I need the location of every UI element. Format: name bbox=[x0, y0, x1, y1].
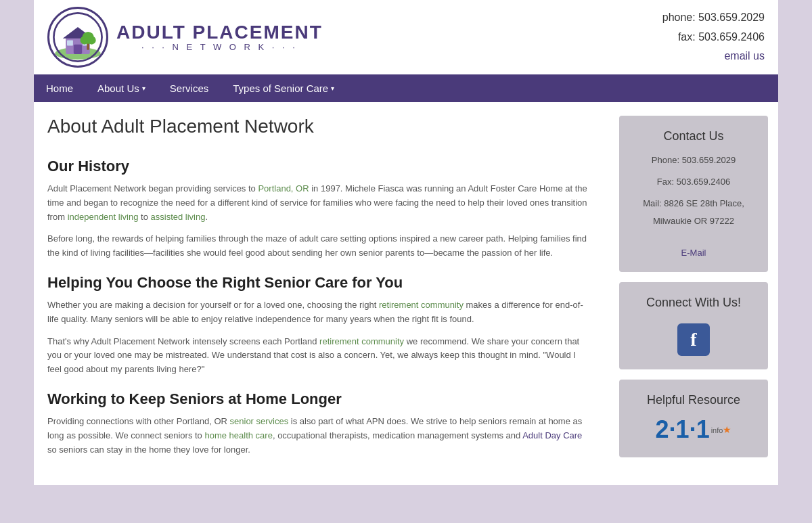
main-layout: About Adult Placement Network Our Histor… bbox=[34, 102, 778, 485]
logo-211-info: info★ bbox=[711, 424, 732, 436]
page-title: About Adult Placement Network bbox=[47, 116, 589, 144]
nav-senior-care[interactable]: Types of Senior Care ▾ bbox=[221, 74, 346, 102]
choosing-para-2: That's why Adult Placement Network inten… bbox=[47, 335, 589, 377]
sidebar: Contact Us Phone: 503.659.2029 Fax: 503.… bbox=[609, 102, 778, 485]
nav-home[interactable]: Home bbox=[34, 74, 85, 102]
header-fax: fax: 503.659.2406 bbox=[662, 28, 765, 47]
star-icon: ★ bbox=[723, 424, 731, 435]
retirement-community-link-2[interactable]: retirement community bbox=[319, 336, 404, 346]
logo-circle bbox=[47, 7, 108, 68]
svg-point-8 bbox=[81, 36, 89, 44]
assisted-living-link[interactable]: assisted living bbox=[151, 212, 206, 222]
retirement-community-link-1[interactable]: retirement community bbox=[379, 300, 464, 310]
care-arrow: ▾ bbox=[331, 85, 334, 92]
logo-image bbox=[51, 10, 105, 64]
site-header: ADULT PLACEMENT · · · N E T W O R K · · … bbox=[34, 0, 778, 74]
senior-services-link[interactable]: senior services bbox=[230, 416, 289, 426]
logo-211: 2·1·1 info★ bbox=[629, 415, 758, 444]
logo-network: · · · N E T W O R K · · · bbox=[116, 42, 323, 52]
independent-living-link[interactable]: independent living bbox=[68, 212, 139, 222]
header-contact: phone: 503.659.2029 fax: 503.659.2406 em… bbox=[662, 8, 765, 66]
about-arrow: ▾ bbox=[142, 85, 145, 92]
content-area: About Adult Placement Network Our Histor… bbox=[34, 102, 609, 485]
logo-area: ADULT PLACEMENT · · · N E T W O R K · · … bbox=[47, 7, 323, 68]
resource-box: Helpful Resource 2·1·1 info★ bbox=[619, 380, 768, 457]
section-seniors-home: Working to Keep Seniors at Home Longer bbox=[47, 390, 589, 408]
nav-about-us[interactable]: About Us ▾ bbox=[85, 74, 158, 102]
main-nav: Home About Us ▾ Services Types of Senior… bbox=[34, 74, 778, 102]
svg-point-9 bbox=[87, 36, 95, 44]
connect-box: Connect With Us! f bbox=[619, 282, 768, 369]
facebook-icon[interactable]: f bbox=[677, 323, 710, 356]
sidebar-fax: Fax: 503.659.2406 bbox=[629, 173, 758, 191]
adult-day-care-link[interactable]: Adult Day Care bbox=[522, 430, 582, 440]
connect-title: Connect With Us! bbox=[629, 296, 758, 310]
history-para-2: Before long, the rewards of helping fami… bbox=[47, 232, 589, 260]
history-para-1: Adult Placement Network began providing … bbox=[47, 182, 589, 224]
sidebar-mail: Mail: 8826 SE 28th Place, Milwaukie OR 9… bbox=[629, 195, 758, 230]
resource-title: Helpful Resource bbox=[629, 393, 758, 407]
seniors-home-para-1: Providing connections with other Portlan… bbox=[47, 415, 589, 457]
svg-rect-3 bbox=[74, 45, 82, 54]
logo-title: ADULT PLACEMENT bbox=[116, 23, 323, 42]
home-health-link[interactable]: home health care bbox=[204, 430, 272, 440]
header-email: email us bbox=[662, 47, 765, 66]
contact-box: Contact Us Phone: 503.659.2029 Fax: 503.… bbox=[619, 116, 768, 272]
svg-rect-4 bbox=[67, 40, 73, 45]
contact-title: Contact Us bbox=[629, 129, 758, 143]
portland-link-1[interactable]: Portland, OR bbox=[258, 183, 309, 194]
sidebar-phone: Phone: 503.659.2029 bbox=[629, 152, 758, 169]
header-email-link[interactable]: email us bbox=[724, 50, 765, 62]
sidebar-email-link[interactable]: E-Mail bbox=[681, 248, 706, 258]
header-phone: phone: 503.659.2029 bbox=[662, 8, 765, 28]
choosing-para-1: Whether you are making a decision for yo… bbox=[47, 298, 589, 327]
logo-text: ADULT PLACEMENT · · · N E T W O R K · · … bbox=[116, 23, 323, 52]
section-choosing: Helping You Choose the Right Senior Care… bbox=[47, 274, 589, 292]
logo-211-text: 2·1·1 bbox=[656, 415, 710, 444]
nav-services[interactable]: Services bbox=[158, 74, 221, 102]
section-our-history: Our History bbox=[47, 158, 589, 175]
